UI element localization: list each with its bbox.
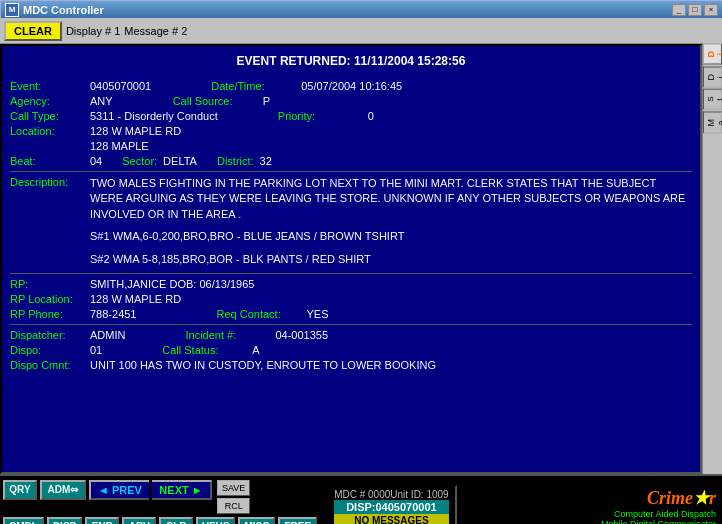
sidebar-tab-map[interactable]: Map: [703, 112, 722, 134]
dispo-callstatus-row: Dispo: 01 Call Status: A: [10, 344, 692, 356]
location-value2: 128 MAPLE: [90, 140, 149, 152]
sector-value: DELTA: [163, 155, 197, 167]
beat-sector-district-row: Beat: 04 Sector: DELTA District: 32: [10, 155, 692, 167]
agency-field: Agency: ANY: [10, 95, 113, 107]
enr-button[interactable]: ENR: [85, 517, 119, 525]
disp-display[interactable]: DISP:0405070001: [334, 500, 449, 514]
mdc-number: 0000: [368, 489, 390, 500]
description-label: Description:: [10, 176, 90, 188]
toolbar-row1: QRY ADM⇔ ◄ PREV NEXT ► SAVE RCL: [3, 480, 317, 514]
disp-button[interactable]: DISP: [47, 517, 82, 525]
msg-display[interactable]: NO MESSAGES: [334, 514, 449, 524]
calltype-field: Call Type: 5311 - Disorderly Conduct: [10, 110, 218, 122]
calltype-label: Call Type:: [10, 110, 90, 122]
crimestar-sub1: Computer Aided Dispatch: [601, 509, 716, 519]
title-bar-text: MDC Controller: [23, 4, 672, 16]
crimestar-suffix: r: [709, 488, 716, 508]
adm-button[interactable]: ADM⇔: [40, 480, 86, 500]
toolbar-left: QRY ADM⇔ ◄ PREV NEXT ► SAVE RCL CMDL DIS…: [0, 477, 320, 525]
prev-button[interactable]: ◄ PREV: [89, 480, 149, 500]
dispo-label: Dispo:: [10, 344, 90, 356]
datetime-label: Date/Time:: [211, 80, 301, 92]
clear-button[interactable]: CLEAR: [4, 21, 62, 41]
rpphone-value: 788-2451: [90, 308, 137, 320]
callsource-field: Call Source: P: [173, 95, 270, 107]
dispatcher-value: ADMIN: [90, 329, 125, 341]
close-button[interactable]: ×: [704, 4, 718, 16]
location-row: Location: 128 W MAPLE RD: [10, 125, 692, 137]
misc-button[interactable]: MISC: [238, 517, 275, 525]
rplocation-label: RP Location:: [10, 293, 90, 305]
content-area[interactable]: EVENT RETURNED: 11/11/2004 15:28:56 Even…: [0, 44, 702, 474]
dispatcher-field: Dispatcher: ADMIN: [10, 329, 125, 341]
callstatus-value: A: [252, 344, 259, 356]
crimestar-title: Crime★r: [601, 487, 716, 509]
divider3: [10, 324, 692, 325]
save-button[interactable]: SAVE: [217, 480, 250, 496]
sidebar-tab-display2[interactable]: Display#2: [703, 67, 722, 88]
qry-button[interactable]: QRY: [3, 480, 37, 500]
minimize-button[interactable]: _: [672, 4, 686, 16]
free-button[interactable]: FREE: [278, 517, 317, 525]
crimestar-star: ★: [693, 488, 709, 508]
district-label: District:: [217, 155, 254, 167]
incident-label: Incident #:: [185, 329, 275, 341]
sidebar-tab-display1[interactable]: Display#1: [703, 44, 722, 65]
maximize-button[interactable]: □: [688, 4, 702, 16]
event-datetime-row: Event: 0405070001 Date/Time: 05/07/2004 …: [10, 80, 692, 92]
incident-field: Incident #: 04-001355: [185, 329, 328, 341]
priority-value: 0: [368, 110, 374, 122]
arv-button[interactable]: ARV: [122, 517, 156, 525]
dispocmnt-label: Dispo Cmnt:: [10, 359, 90, 371]
center-display: MDC # 0000 Unit ID: 1009 DISP:0405070001…: [326, 485, 457, 524]
unit-label: Unit ID: 1009: [390, 489, 448, 500]
next-button[interactable]: NEXT ►: [152, 480, 212, 500]
reqcontact-label: Req Contact:: [217, 308, 307, 320]
divider1: [10, 171, 692, 172]
description-block: Description: TWO MALES FIGHTING IN THE P…: [10, 176, 692, 222]
rcl-button[interactable]: RCL: [217, 498, 250, 514]
description-text: TWO MALES FIGHTING IN THE PARKING LOT NE…: [90, 176, 692, 222]
unit-id: 1009: [426, 489, 448, 500]
location-label: Location:: [10, 125, 90, 137]
menu-bar: CLEAR Display # 1 Message # 2: [0, 18, 722, 44]
callsource-value: P: [263, 95, 270, 107]
subject1-text: S#1 WMA,6-0,200,BRO,BRO - BLUE JEANS / B…: [90, 228, 692, 245]
display-label: Display # 1: [66, 25, 120, 37]
clr-button[interactable]: CLR: [159, 517, 193, 525]
cmdl-button[interactable]: CMDL: [3, 517, 44, 525]
sidebar-tab-status[interactable]: StatusMonitor: [703, 89, 722, 110]
title-bar-controls: _ □ ×: [672, 4, 718, 16]
toolbar-row2: CMDL DISP ENR ARV CLR VEHS MISC FREE: [3, 517, 317, 525]
callsource-label: Call Source:: [173, 95, 263, 107]
rplocation-value: 128 W MAPLE RD: [90, 293, 181, 305]
app-icon: M: [5, 3, 19, 17]
rp-label: RP:: [10, 278, 90, 290]
beat-label: Beat:: [10, 155, 90, 167]
event-field: Event: 0405070001: [10, 80, 151, 92]
event-label: Event:: [10, 80, 90, 92]
mdc-label: MDC # 0000: [334, 489, 390, 500]
crimestar-name: Crime: [647, 488, 693, 508]
crimestar-logo: Crime★r Computer Aided Dispatch Mobile D…: [597, 483, 720, 524]
divider2: [10, 273, 692, 274]
dispatcher-incident-row: Dispatcher: ADMIN Incident #: 04-001355: [10, 329, 692, 341]
subject2-text: S#2 WMA 5-8,185,BRO,BOR - BLK PANTS / RE…: [90, 251, 692, 268]
agency-callsource-row: Agency: ANY Call Source: P: [10, 95, 692, 107]
calltype-priority-row: Call Type: 5311 - Disorderly Conduct Pri…: [10, 110, 692, 122]
agency-label: Agency:: [10, 95, 90, 107]
beat-value: 04: [90, 155, 102, 167]
vehs-button[interactable]: VEHS: [196, 517, 235, 525]
rp-value: SMITH,JANICE DOB: 06/13/1965: [90, 278, 254, 290]
right-sidebar: Display#1 Display#2 StatusMonitor Map: [702, 44, 722, 474]
dispatcher-label: Dispatcher:: [10, 329, 90, 341]
rplocation-row: RP Location: 128 W MAPLE RD: [10, 293, 692, 305]
rpphone-reqcontact-row: RP Phone: 788-2451 Req Contact: YES: [10, 308, 692, 320]
save-rcl-group: SAVE RCL: [217, 480, 250, 514]
calltype-value: 5311 - Disorderly Conduct: [90, 110, 218, 122]
callstatus-field: Call Status: A: [162, 344, 259, 356]
dispo-value: 01: [90, 344, 102, 356]
event-value: 0405070001: [90, 80, 151, 92]
incident-value: 04-001355: [275, 329, 328, 341]
reqcontact-value: YES: [307, 308, 329, 320]
